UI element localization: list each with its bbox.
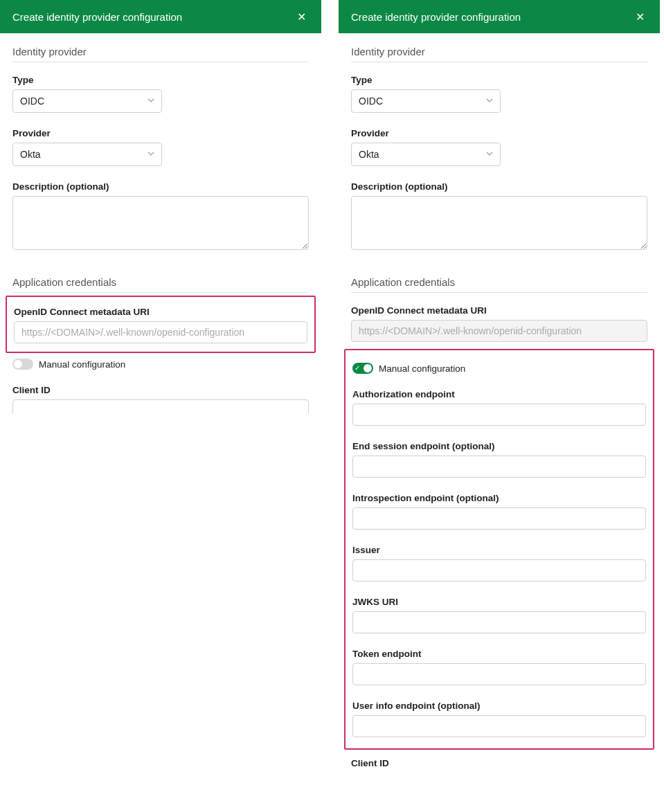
description-input[interactable] [351,196,647,250]
dialog-body: Identity provider Type OIDC Provider Okt… [0,33,321,426]
highlight-openid-uri: OpenID Connect metadata URI [6,296,316,353]
end-session-label: End session endpoint (optional) [352,441,646,451]
manual-config-label: Manual configuration [379,363,465,374]
openid-uri-input [351,320,647,342]
check-icon: ✓ [355,364,360,372]
panel-right: Create identity provider configuration ✕… [339,0,660,812]
auth-endpoint-label: Authorization endpoint [352,389,646,399]
section-app-credentials: Application credentials [351,276,647,293]
token-endpoint-group: Token endpoint [352,649,646,685]
panel-left: Create identity provider configuration ✕… [0,0,321,812]
provider-label: Provider [351,128,647,138]
jwks-label: JWKS URI [352,597,646,607]
section-app-credentials: Application credentials [12,276,309,293]
section-identity-provider: Identity provider [12,46,309,62]
description-label: Description (optional) [351,181,647,192]
provider-label: Provider [12,128,309,138]
introspection-input[interactable] [352,507,646,530]
openid-uri-label: OpenID Connect metadata URI [351,305,647,316]
type-value: OIDC [20,96,44,107]
type-select[interactable]: OIDC [12,89,162,113]
dialog-header: Create identity provider configuration ✕ [0,0,321,33]
manual-config-toggle[interactable] [12,359,33,370]
type-select[interactable]: OIDC [351,89,501,113]
openid-uri-input[interactable] [14,321,307,343]
manual-config-row: ✓ Manual configuration [352,363,646,374]
issuer-group: Issuer [352,545,646,581]
dialog-body: Identity provider Type OIDC Provider Okt… [339,33,660,785]
user-info-label: User info endpoint (optional) [352,701,646,711]
type-label: Type [12,75,309,85]
issuer-label: Issuer [352,545,646,555]
end-session-input[interactable] [352,455,646,478]
close-icon[interactable]: ✕ [294,8,309,26]
dialog-title: Create identity provider configuration [351,11,521,23]
manual-config-label: Manual configuration [39,359,125,370]
introspection-group: Introspection endpoint (optional) [352,493,646,530]
manual-config-row: Manual configuration [12,359,309,370]
type-value: OIDC [359,96,383,107]
jwks-group: JWKS URI [352,597,646,633]
description-label: Description (optional) [12,181,309,192]
issuer-input[interactable] [352,559,646,581]
auth-endpoint-input[interactable] [352,404,646,426]
client-id-cutoff [12,399,309,413]
manual-config-toggle[interactable]: ✓ [352,363,373,374]
provider-select[interactable]: Okta [12,143,162,166]
type-label: Type [351,75,647,85]
user-info-input[interactable] [352,715,646,737]
provider-value: Okta [20,149,41,160]
end-session-group: End session endpoint (optional) [352,441,646,478]
dialog-title: Create identity provider configuration [12,11,182,23]
section-identity-provider: Identity provider [351,46,647,62]
provider-select[interactable]: Okta [351,143,501,166]
toggle-knob [364,364,372,372]
jwks-input[interactable] [352,611,646,633]
auth-endpoint-group: Authorization endpoint [352,389,646,426]
dialog-header: Create identity provider configuration ✕ [339,0,660,33]
openid-uri-group: OpenID Connect metadata URI [351,305,647,342]
client-id-label: Client ID [12,385,309,395]
openid-uri-label: OpenID Connect metadata URI [14,307,307,317]
toggle-knob [14,360,22,368]
provider-value: Okta [359,149,379,160]
description-input[interactable] [12,196,309,250]
token-endpoint-label: Token endpoint [352,649,646,659]
introspection-label: Introspection endpoint (optional) [352,493,646,503]
client-id-input[interactable] [12,399,309,413]
token-endpoint-input[interactable] [352,663,646,685]
close-icon[interactable]: ✕ [633,8,647,26]
user-info-group: User info endpoint (optional) [352,701,646,737]
client-id-label: Client ID [351,758,647,768]
highlight-manual-config: ✓ Manual configuration Authorization end… [344,349,654,750]
